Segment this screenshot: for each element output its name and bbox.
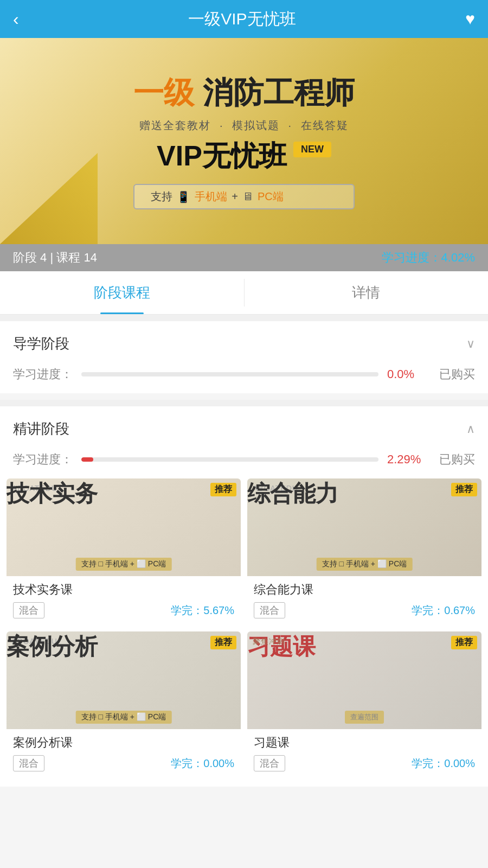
progress-bar-daoxue	[81, 372, 378, 376]
card-name-zonghe: 综合能力课	[254, 582, 475, 598]
card-info-jishu: 技术实务课 混合 学完：5.67%	[7, 576, 241, 625]
card-meta-anli: 混合 学完：0.00%	[13, 755, 234, 771]
card-type-zonghe: 混合	[254, 602, 285, 618]
progress-label-daoxue: 学习进度：	[13, 366, 73, 382]
card-meta-jishu: 混合 学完：5.67%	[13, 602, 234, 618]
section-daoxue-progress: 学习进度： 0.0% 已购买	[0, 362, 488, 393]
banner-title: 一级 消防工程师	[133, 73, 355, 114]
card-type-xiti: 混合	[254, 755, 285, 771]
separator-1	[0, 315, 488, 321]
banner-plus: +	[232, 190, 238, 203]
banner-title-main: 消防工程师	[203, 75, 355, 110]
card-support-jishu: 支持 □ 手机端 + ⬜ PC端	[76, 558, 172, 571]
section-daoxue: 导学阶段 ∨ 学习进度： 0.0% 已购买	[0, 321, 488, 393]
chevron-up-icon: ∧	[466, 422, 475, 436]
card-support-zonghe: 支持 □ 手机端 + ⬜ PC端	[317, 558, 413, 571]
card-info-anli: 案例分析课 混合 学完：0.00%	[7, 729, 241, 778]
card-tag-xiti: 推荐	[451, 636, 477, 649]
banner-vip-text: VIP无忧班	[157, 137, 287, 175]
stage-bar: 阶段 4 | 课程 14 学习进度：4.02%	[0, 244, 488, 271]
progress-status-daoxue: 已购买	[439, 366, 475, 382]
card-jishu[interactable]: ABOATEDU 推荐 技术实务 支持 □ 手机端 + ⬜ PC端 技术实务课 …	[7, 478, 241, 625]
stage-progress: 学习进度：4.02%	[382, 250, 475, 266]
section-jingjiang: 精讲阶段 ∧ 学习进度： 2.29% 已购买 ABOATEDU 推荐 技术实务 …	[0, 406, 488, 787]
card-name-jishu: 技术实务课	[13, 582, 234, 598]
section-jingjiang-title: 精讲阶段	[13, 419, 69, 438]
card-tag-jishu: 推荐	[210, 483, 236, 496]
card-info-zonghe: 综合能力课 混合 学完：0.67%	[247, 576, 481, 625]
card-progress-xiti: 学完：0.00%	[412, 756, 475, 771]
card-progress-jishu: 学完：5.67%	[171, 603, 234, 618]
card-thumb-xiti: 聚焦冲刺 推荐 习题课 查遍范围	[247, 631, 481, 729]
stage-info: 阶段 4 | 课程 14	[13, 250, 97, 266]
banner-content: 一级 消防工程师 赠送全套教材 · 模拟试题 · 在线答疑 VIP无忧班 NEW…	[133, 73, 355, 209]
progress-pct-jingjiang: 2.29%	[387, 452, 431, 467]
progress-bar-jingjiang	[81, 457, 378, 462]
banner-support-label: 支持	[151, 189, 172, 204]
course-banner: 一级 消防工程师 赠送全套教材 · 模拟试题 · 在线答疑 VIP无忧班 NEW…	[0, 38, 488, 244]
section-jingjiang-progress: 学习进度： 2.29% 已购买	[0, 447, 488, 478]
progress-label-jingjiang: 学习进度：	[13, 451, 73, 468]
card-support-xiti: 查遍范围	[345, 711, 384, 724]
tab-detail[interactable]: 详情	[245, 271, 489, 314]
card-thumb-title-zonghe: 综合能力	[247, 481, 338, 506]
card-tag-anli: 推荐	[210, 636, 236, 649]
card-meta-xiti: 混合 学完：0.00%	[254, 755, 475, 771]
banner-mobile-label: 手机端	[195, 189, 227, 204]
card-thumb-jishu: ABOATEDU 推荐 技术实务 支持 □ 手机端 + ⬜ PC端	[7, 478, 241, 576]
card-anli[interactable]: ABOATEDU 推荐 案例分析 支持 □ 手机端 + ⬜ PC端 案例分析课 …	[7, 631, 241, 778]
progress-pct-daoxue: 0.0%	[387, 367, 431, 381]
card-info-xiti: 习题课 混合 学完：0.00%	[247, 729, 481, 778]
card-progress-anli: 学完：0.00%	[171, 756, 234, 771]
progress-status-jingjiang: 已购买	[439, 451, 475, 468]
app-header: ‹ 一级VIP无忧班 ♥	[0, 0, 488, 38]
banner-subtitle: 赠送全套教材 · 模拟试题 · 在线答疑	[133, 118, 355, 133]
tab-bar: 阶段课程 详情	[0, 271, 488, 315]
card-type-anli: 混合	[13, 755, 44, 771]
card-support-anli: 支持 □ 手机端 + ⬜ PC端	[76, 711, 172, 724]
banner-grade: 一级	[133, 75, 194, 110]
section-daoxue-title: 导学阶段	[13, 334, 69, 353]
card-xiti[interactable]: 聚焦冲刺 推荐 习题课 查遍范围 习题课 混合 学完：0.00%	[247, 631, 481, 778]
card-zonghe[interactable]: ABOATEDU 推荐 综合能力 支持 □ 手机端 + ⬜ PC端 综合能力课 …	[247, 478, 481, 625]
card-thumb-anli: ABOATEDU 推荐 案例分析 支持 □ 手机端 + ⬜ PC端	[7, 631, 241, 729]
card-meta-zonghe: 混合 学完：0.67%	[254, 602, 475, 618]
favorite-button[interactable]: ♥	[465, 10, 475, 28]
card-tag-zonghe: 推荐	[451, 483, 477, 496]
page-title: 一级VIP无忧班	[188, 8, 296, 30]
back-button[interactable]: ‹	[13, 10, 19, 28]
card-thumb-title-anli: 案例分析	[7, 634, 98, 659]
card-thumb-zonghe: ABOATEDU 推荐 综合能力 支持 □ 手机端 + ⬜ PC端	[247, 478, 481, 576]
banner-new-badge: NEW	[293, 142, 331, 157]
separator-2	[0, 400, 488, 406]
progress-fill-jingjiang	[81, 457, 93, 462]
banner-bg-decoration	[0, 92, 98, 244]
card-brand-xiti: 聚焦冲刺	[253, 637, 285, 647]
card-type-jishu: 混合	[13, 602, 44, 618]
cards-grid: ABOATEDU 推荐 技术实务 支持 □ 手机端 + ⬜ PC端 技术实务课 …	[0, 478, 488, 787]
chevron-down-icon: ∨	[466, 337, 475, 351]
section-daoxue-header[interactable]: 导学阶段 ∨	[0, 321, 488, 362]
banner-support: 支持 📱 手机端 + 🖥 PC端	[133, 184, 355, 209]
section-jingjiang-header[interactable]: 精讲阶段 ∧	[0, 406, 488, 447]
card-progress-zonghe: 学完：0.67%	[412, 603, 475, 618]
card-name-anli: 案例分析课	[13, 735, 234, 751]
bottom-space	[0, 793, 488, 815]
tab-stage-course[interactable]: 阶段课程	[0, 271, 244, 314]
card-thumb-title-jishu: 技术实务	[7, 481, 98, 506]
card-name-xiti: 习题课	[254, 735, 475, 751]
banner-vip-line: VIP无忧班 NEW	[133, 137, 355, 175]
banner-pc-label: PC端	[258, 189, 284, 204]
